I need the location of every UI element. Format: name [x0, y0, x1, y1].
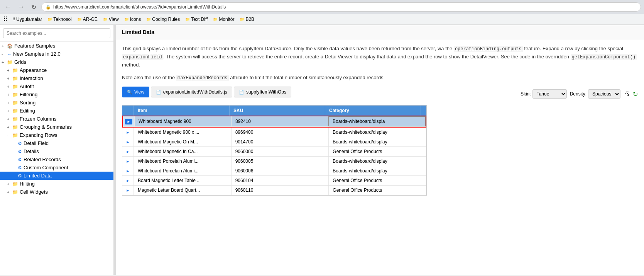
gear-icon: ⚙ [18, 165, 22, 170]
sidebar-item-editing[interactable]: +📁Editing [0, 107, 113, 115]
sidebar-item-related[interactable]: ⚙Related Records [0, 155, 113, 164]
grid-selected-outline: ►Whiteboard Magnetic 900892410Boards-whi… [122, 116, 426, 128]
print-icon[interactable]: 🖨 [624, 90, 630, 97]
folder-icon: 📁 [12, 84, 18, 89]
bookmark-b2b[interactable]: 📁 B2B [237, 16, 257, 23]
grid-expand-0[interactable]: ► [123, 116, 135, 126]
grid-cell-item-6: Board Magnetic Letter Table ... [134, 176, 232, 185]
grid-cell-item-1: Whiteboard Magnetic 900 x ... [134, 128, 232, 137]
browser-chrome: ← → ↻ 🔒 https://www.smartclient.com/smar… [0, 0, 644, 25]
apps-icon[interactable]: ⠿ [3, 15, 8, 23]
grid-cell-sku-3: 9060000 [232, 147, 329, 156]
bookmark-monitor[interactable]: 📁 Monitör [211, 16, 237, 23]
bookmark-coding-rules[interactable]: 📁 Coding Rules [144, 16, 182, 23]
grid-expand-2[interactable]: ► [122, 137, 134, 147]
sidebar-item-grouping[interactable]: +📁Grouping & Summaries [0, 123, 113, 131]
url-bar[interactable]: 🔒 https://www.smartclient.com/smartclien… [41, 2, 641, 12]
grid-row-4[interactable]: ►Whiteboard Porcelain Alumi...9060005Boa… [122, 157, 426, 166]
folder-icon: 📁 [12, 68, 18, 73]
desc-text-6: attribute to limit the total number of s… [229, 75, 385, 80]
sidebar-label-sorting: Sorting [20, 100, 35, 106]
browser-toolbar: ← → ↻ 🔒 https://www.smartclient.com/smar… [0, 0, 644, 14]
density-control: Density: SpaciousMediumCompact [570, 89, 620, 99]
sidebar-item-filtering[interactable]: +📁Filtering [0, 90, 113, 99]
folder-icon: 📁 [12, 76, 18, 81]
expand-arrow-3[interactable]: ► [126, 150, 130, 154]
refresh-icon[interactable]: ↻ [633, 90, 638, 98]
sidebar-item-details[interactable]: ⚙Details [0, 147, 113, 155]
bookmark-teknosol[interactable]: 📁 Teknosol [45, 16, 74, 23]
back-button[interactable]: ← [3, 3, 13, 11]
bookmark-arge[interactable]: 📁 AR-GE [75, 16, 100, 23]
sidebar-label-autofit: Autofit [20, 83, 34, 89]
expand-arrow-5[interactable]: ► [126, 169, 130, 173]
skin-select[interactable]: TahoeEnterpriseFlatMaterial [532, 89, 567, 99]
expand-arrow-expanded[interactable]: ► [125, 119, 133, 124]
grid-cell-sku-1: 8969400 [232, 128, 329, 137]
main-container: +🏠Featured Samples-↔New Samples in 12.0+… [0, 25, 644, 275]
grid-expand-5[interactable]: ► [122, 166, 134, 175]
grid-row-7[interactable]: ►Magnetic Letter Board Quart...9060110Ge… [122, 186, 426, 195]
sidebar-item-hiliting[interactable]: +📁Hiliting [0, 180, 113, 188]
grid-cell-sku-7: 9060110 [232, 186, 329, 195]
sidebar-item-grids[interactable]: +📁Grids [0, 58, 113, 66]
reload-button[interactable]: ↻ [29, 3, 38, 12]
sidebar-item-limited[interactable]: ⚙Limited Data [0, 172, 113, 180]
sidebar-label-editing: Editing [20, 108, 35, 114]
grid-row-5[interactable]: ►Whiteboard Porcelain Alumi...9060006Boa… [122, 166, 426, 176]
tab-supplyitemwithops[interactable]: 📄supplyItemWithOps [234, 87, 291, 97]
tree-toggle-grouping: + [7, 125, 12, 129]
grid-row-1[interactable]: ►Whiteboard Magnetic 900 x ...8969400Boa… [122, 128, 426, 137]
density-select[interactable]: SpaciousMediumCompact [588, 89, 620, 99]
sidebar-item-detail-field[interactable]: ⚙Detail Field [0, 139, 113, 147]
bookmark-text-diff[interactable]: 📁 Text Diff [183, 16, 210, 23]
sidebar-label-expanding: Expanding Rows [20, 132, 57, 138]
grid-expand-7[interactable]: ► [122, 186, 134, 195]
tabs-and-controls: 🔍View📄expansionLimitedWithDetails.js📄sup… [122, 87, 638, 101]
tree-toggle-filtering: + [7, 92, 12, 97]
sidebar-item-appearance[interactable]: +📁Appearance [0, 66, 113, 74]
tab-expansionlimitedwithdetails.js[interactable]: 📄expansionLimitedWithDetails.js [151, 87, 232, 97]
grid-cell-category-4: Boards-whiteboard/display [329, 157, 426, 166]
sidebar-item-cell-widgets[interactable]: +📁Cell Widgets [0, 188, 113, 196]
folder-icon: 📁 [12, 92, 18, 97]
expand-arrow-2[interactable]: ► [126, 140, 130, 144]
grid-expand-4[interactable]: ► [122, 157, 134, 166]
expand-arrow-7[interactable]: ► [126, 188, 130, 193]
sidebar-item-custom[interactable]: ⚙Custom Component [0, 164, 113, 172]
code-1: operationBinding.outputs [454, 46, 523, 52]
forward-button[interactable]: → [16, 3, 26, 11]
search-input[interactable] [3, 28, 110, 38]
sidebar-tree: +🏠Featured Samples-↔New Samples in 12.0+… [0, 42, 113, 275]
expand-arrow-1[interactable]: ► [126, 130, 130, 135]
bookmark-view[interactable]: 📁 View [101, 16, 121, 23]
sidebar-item-new[interactable]: -↔New Samples in 12.0 [0, 50, 113, 58]
tree-toggle-appearance: + [7, 68, 12, 73]
grid-expand-1[interactable]: ► [122, 128, 134, 137]
bookmark-icons[interactable]: 📁 Icons [122, 16, 144, 23]
grid-expand-6[interactable]: ► [122, 176, 134, 185]
grid-row-3[interactable]: ►Whiteboard Magnetic In Ca...9060000Gene… [122, 147, 426, 157]
sidebar-label-appearance: Appearance [20, 67, 47, 73]
grid-row-2[interactable]: ►Whiteboard Magnetic On M...9014700Board… [122, 137, 426, 147]
folder-icon: 📁 [12, 133, 18, 138]
sidebar-item-autofit[interactable]: +📁Autofit [0, 82, 113, 90]
sidebar-item-featured[interactable]: +🏠Featured Samples [0, 42, 113, 50]
grid-expand-3[interactable]: ► [122, 147, 134, 156]
new-icon: ↔ [7, 51, 12, 57]
tree-toggle-featured: + [2, 44, 7, 48]
expand-arrow-4[interactable]: ► [126, 159, 130, 164]
sidebar-item-sorting[interactable]: +📁Sorting [0, 99, 113, 107]
expand-arrow-6[interactable]: ► [126, 179, 130, 183]
page-title: Limited Data [122, 29, 154, 35]
bookmark-uygulamalar[interactable]: ⠿ Uygulamalar [10, 16, 44, 23]
tree-toggle-sorting: + [7, 101, 12, 105]
sidebar-item-expanding[interactable]: -📁Expanding Rows [0, 131, 113, 139]
tab-view[interactable]: 🔍View [122, 87, 149, 97]
grid-row-6[interactable]: ►Board Magnetic Letter Table ...9060104G… [122, 176, 426, 186]
sidebar-item-frozen[interactable]: +📁Frozen Columns [0, 115, 113, 123]
grid-cell-item-4: Whiteboard Porcelain Alumi... [134, 157, 232, 166]
sidebar-item-interaction[interactable]: +📁Interaction [0, 74, 113, 82]
grid-row-0[interactable]: ►Whiteboard Magnetic 900892410Boards-whi… [123, 116, 426, 127]
grid-cell-sku-5: 9060006 [232, 166, 329, 175]
